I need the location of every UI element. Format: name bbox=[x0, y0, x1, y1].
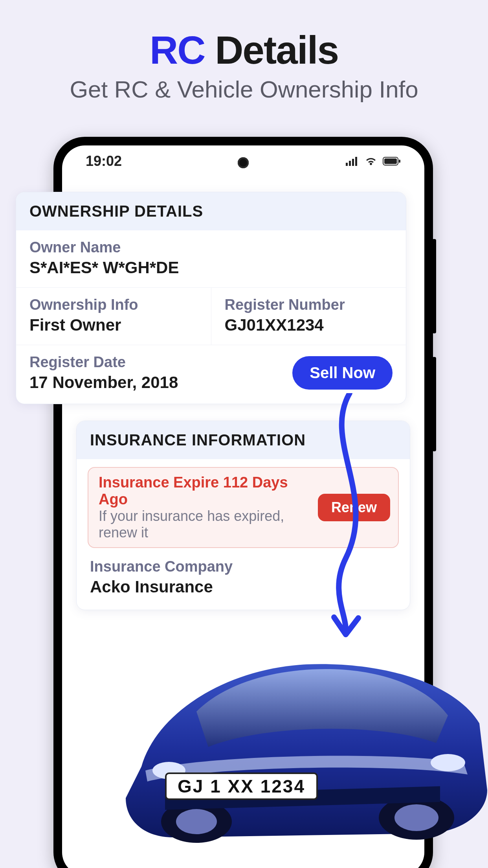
phone-side-button bbox=[432, 357, 436, 451]
register-date-cell: Register Date 17 November, 2018 bbox=[29, 354, 178, 392]
ownership-split-row: Ownership Info First Owner Register Numb… bbox=[16, 288, 406, 345]
ownership-card: OWNERSHIP DETAILS Owner Name S*AI*ES* W*… bbox=[16, 192, 406, 404]
insurance-company-row: Insurance Company Acko Insurance bbox=[77, 551, 410, 610]
camera-notch-icon bbox=[238, 157, 249, 168]
title-accent: RC bbox=[150, 28, 205, 72]
alert-subtitle: If your insurance has expired, renew it bbox=[99, 508, 311, 541]
insurance-company-value: Acko Insurance bbox=[90, 577, 396, 596]
owner-name-label: Owner Name bbox=[29, 239, 393, 256]
svg-rect-3 bbox=[355, 157, 357, 166]
svg-point-9 bbox=[176, 809, 217, 834]
register-date-label: Register Date bbox=[29, 354, 178, 371]
register-number-label: Register Number bbox=[225, 296, 393, 313]
renew-button[interactable]: Renew bbox=[318, 494, 390, 521]
title-rest: Details bbox=[205, 28, 338, 72]
screen-content: INSURANCE INFORMATION Insurance Expire 1… bbox=[62, 421, 424, 610]
phone-side-button bbox=[432, 239, 436, 333]
insurance-header: INSURANCE INFORMATION bbox=[77, 421, 410, 459]
insurance-company-label: Insurance Company bbox=[90, 558, 396, 575]
ownership-info-value: First Owner bbox=[29, 316, 198, 335]
svg-rect-1 bbox=[349, 161, 351, 166]
ownership-info-cell: Ownership Info First Owner bbox=[16, 288, 211, 345]
ownership-header: OWNERSHIP DETAILS bbox=[16, 192, 406, 230]
register-date-row: Register Date 17 November, 2018 Sell Now bbox=[16, 345, 406, 404]
hero-header: RC Details Get RC & Vehicle Ownership In… bbox=[0, 0, 488, 103]
alert-text: Insurance Expire 112 Days Ago If your in… bbox=[99, 474, 311, 541]
ownership-info-label: Ownership Info bbox=[29, 296, 198, 313]
status-indicators bbox=[346, 156, 401, 166]
owner-name-row: Owner Name S*AI*ES* W*GH*DE bbox=[16, 230, 406, 288]
svg-rect-2 bbox=[352, 159, 354, 166]
svg-point-10 bbox=[394, 804, 438, 831]
sell-now-button[interactable]: Sell Now bbox=[292, 356, 393, 390]
svg-rect-5 bbox=[384, 158, 397, 164]
svg-point-12 bbox=[431, 754, 465, 771]
status-time: 19:02 bbox=[86, 153, 122, 169]
car-illustration bbox=[110, 625, 487, 845]
page-title: RC Details bbox=[0, 28, 488, 73]
insurance-card: INSURANCE INFORMATION Insurance Expire 1… bbox=[76, 421, 410, 610]
wifi-icon bbox=[365, 156, 377, 166]
svg-rect-6 bbox=[399, 160, 400, 163]
alert-title: Insurance Expire 112 Days Ago bbox=[99, 474, 311, 508]
page-subtitle: Get RC & Vehicle Ownership Info bbox=[0, 76, 488, 103]
svg-rect-0 bbox=[346, 163, 348, 166]
cellular-icon bbox=[346, 156, 359, 166]
owner-name-value: S*AI*ES* W*GH*DE bbox=[29, 258, 393, 277]
battery-icon bbox=[383, 156, 401, 166]
insurance-alert: Insurance Expire 112 Days Ago If your in… bbox=[88, 467, 399, 548]
register-date-value: 17 November, 2018 bbox=[29, 373, 178, 392]
license-plate: GJ 1 XX 1234 bbox=[165, 772, 318, 800]
register-number-cell: Register Number GJ01XX1234 bbox=[211, 288, 406, 345]
register-number-value: GJ01XX1234 bbox=[225, 316, 393, 335]
